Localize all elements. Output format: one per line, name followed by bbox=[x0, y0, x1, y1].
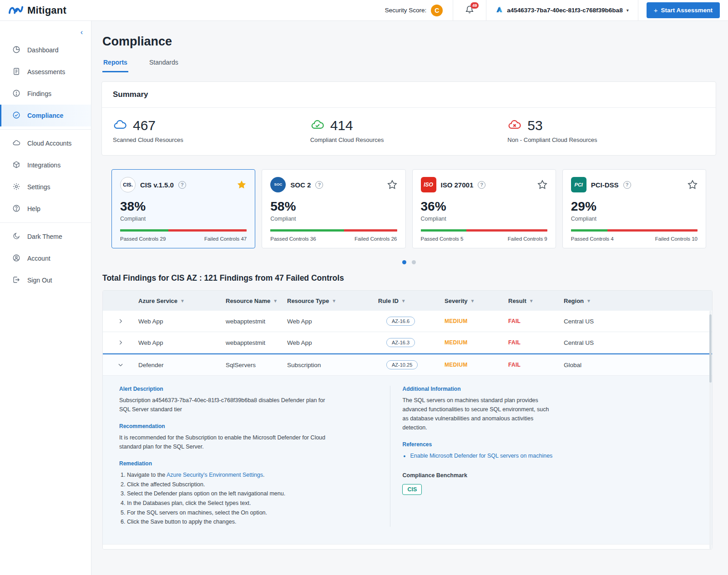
table-row[interactable]: Web App webapptestmit Web App AZ-16.6 ME… bbox=[103, 311, 712, 332]
account-icon bbox=[12, 254, 20, 263]
stat-label: Compliant Cloud Resources bbox=[310, 136, 508, 143]
compliance-progress-bar bbox=[571, 229, 698, 232]
compliance-percent: 36% bbox=[421, 199, 547, 214]
standard-name: PCI-DSS bbox=[591, 181, 619, 189]
brand-logo: Mitigant bbox=[0, 4, 91, 17]
remediation-title: Remediation bbox=[119, 460, 371, 467]
remediation-step: In the Databases plan, click the Select … bbox=[127, 499, 371, 508]
row-collapse-chevron-icon[interactable] bbox=[103, 362, 138, 368]
sidebar-divider bbox=[0, 222, 91, 223]
stat-value: 467 bbox=[133, 118, 156, 133]
sidebar-item-label: Dashboard bbox=[27, 46, 59, 54]
tab-standards[interactable]: Standards bbox=[148, 56, 179, 72]
notification-count-badge: 49 bbox=[470, 2, 479, 9]
cloud-x-icon bbox=[507, 119, 522, 132]
alert-description-text: Subscription a4546373-7ba7-40ec-81f3-c76… bbox=[119, 396, 333, 414]
top-bar: Mitigant Security Score: C 49 a454637 bbox=[0, 0, 728, 21]
severity-badge: MEDIUM bbox=[445, 362, 508, 368]
cell-azure-service: Web App bbox=[138, 339, 226, 346]
severity-badge: MEDIUM bbox=[445, 318, 508, 324]
assessments-icon bbox=[12, 67, 20, 77]
sidebar-item-assessments[interactable]: Assessments bbox=[0, 61, 91, 83]
table-row[interactable]: Defender StorageAccounts Subscription AZ… bbox=[103, 545, 712, 550]
alert-description-title: Alert Description bbox=[119, 386, 371, 392]
sidebar-item-settings[interactable]: Settings bbox=[0, 176, 91, 198]
info-icon[interactable]: ? bbox=[478, 181, 485, 189]
column-header-azure-service[interactable]: Azure Service▼ bbox=[138, 298, 226, 304]
column-header-severity[interactable]: Severity▼ bbox=[445, 298, 508, 304]
column-header-resource-name[interactable]: Resource Name▼ bbox=[226, 298, 287, 304]
stat-scanned-resources: 467 Scanned Cloud Resources bbox=[113, 118, 310, 143]
star-icon-outline[interactable] bbox=[688, 180, 698, 190]
sidebar: ‹ Dashboard Assessments Findings Complia… bbox=[0, 21, 91, 575]
sidebar-item-label: Help bbox=[27, 205, 40, 212]
carousel-dot-2[interactable] bbox=[412, 260, 416, 264]
sidebar-item-cloud-accounts[interactable]: Cloud Accounts bbox=[0, 132, 91, 154]
star-icon-outline[interactable] bbox=[387, 180, 397, 190]
stat-compliant-resources: 414 Compliant Cloud Resources bbox=[310, 118, 508, 143]
sidebar-divider bbox=[0, 129, 91, 130]
column-header-resource-type[interactable]: Resource Type▼ bbox=[287, 298, 378, 304]
subscription-selector[interactable]: a4546373-7ba7-40ec-81f3-c768f39b6ba8 ▾ bbox=[486, 0, 637, 20]
plus-icon: + bbox=[654, 6, 658, 14]
compliance-percent: 29% bbox=[571, 199, 698, 214]
sort-dropdown-icon: ▼ bbox=[586, 298, 591, 303]
column-header-region[interactable]: Region▼ bbox=[564, 298, 712, 304]
severity-badge: MEDIUM bbox=[445, 339, 508, 346]
standards-carousel: CIS. CIS v.1.5.0 ? 38% Compliant Passed … bbox=[101, 169, 716, 248]
compliant-label: Compliant bbox=[571, 216, 698, 222]
cell-region: Central US bbox=[564, 318, 712, 325]
stat-label: Scanned Cloud Resources bbox=[113, 136, 310, 143]
standard-card-soc2[interactable]: SOC SOC 2 ? 58% Compliant Passed Control… bbox=[262, 169, 405, 248]
standard-card-pci-dss[interactable]: PCI PCI-DSS ? 29% Compliant Passed Contr… bbox=[562, 169, 706, 248]
sidebar-item-dashboard[interactable]: Dashboard bbox=[0, 39, 91, 61]
remediation-step: Click the Save button to apply the chang… bbox=[127, 517, 371, 527]
stat-label: Non - Compliant Cloud Resources bbox=[507, 136, 705, 143]
compliance-progress-bar bbox=[270, 229, 397, 232]
stat-value: 414 bbox=[330, 118, 353, 133]
page-title: Compliance bbox=[102, 35, 716, 49]
tab-reports[interactable]: Reports bbox=[102, 56, 128, 72]
sidebar-item-sign-out[interactable]: Sign Out bbox=[0, 269, 91, 291]
table-scrollbar-thumb[interactable] bbox=[709, 314, 712, 383]
cloud-check-icon bbox=[310, 119, 325, 132]
standard-card-cis[interactable]: CIS. CIS v.1.5.0 ? 38% Compliant Passed … bbox=[111, 169, 255, 248]
failed-controls: Failed Controls 26 bbox=[354, 236, 397, 242]
column-header-rule-id[interactable]: Rule ID▼ bbox=[378, 298, 445, 304]
column-header-result[interactable]: Result▼ bbox=[508, 298, 564, 304]
findings-table: Azure Service▼ Resource Name▼ Resource T… bbox=[102, 290, 713, 550]
tabs: Reports Standards bbox=[102, 56, 716, 72]
start-assessment-button[interactable]: + Start Assessment bbox=[647, 2, 720, 18]
row-expand-chevron-icon[interactable] bbox=[103, 339, 138, 346]
table-row-expanded[interactable]: Defender SqlServers Subscription AZ-10.2… bbox=[103, 354, 712, 376]
star-icon-outline[interactable] bbox=[537, 180, 547, 190]
sidebar-item-dark-theme[interactable]: Dark Theme bbox=[0, 226, 91, 247]
info-icon[interactable]: ? bbox=[178, 181, 186, 189]
carousel-dot-1[interactable] bbox=[402, 260, 406, 264]
sidebar-item-integrations[interactable]: Integrations bbox=[0, 154, 91, 176]
standard-card-iso27001[interactable]: ISO ISO 27001 ? 36% Compliant Passed Con… bbox=[412, 169, 556, 248]
finding-detail-panel: Alert Description Subscription a4546373-… bbox=[103, 376, 712, 545]
azure-icon bbox=[495, 5, 503, 15]
cell-resource-name: SqlServers bbox=[226, 362, 287, 368]
summary-card: Summary 467 Scanned Cloud Resources 414 bbox=[101, 81, 716, 156]
sidebar-item-account[interactable]: Account bbox=[0, 247, 91, 269]
notifications-button[interactable]: 49 bbox=[453, 0, 486, 20]
sidebar-item-help[interactable]: Help bbox=[0, 198, 91, 220]
cloud-icon bbox=[113, 119, 127, 132]
sidebar-item-label: Settings bbox=[27, 183, 51, 191]
reference-link[interactable]: Enable Microsoft Defender for SQL server… bbox=[410, 453, 552, 459]
sidebar-collapse-button[interactable]: ‹ bbox=[0, 25, 91, 39]
info-icon[interactable]: ? bbox=[315, 181, 323, 189]
cis-logo: CIS. bbox=[120, 177, 136, 192]
star-icon-filled[interactable] bbox=[237, 180, 247, 190]
result-badge: FAIL bbox=[508, 318, 564, 324]
sort-dropdown-icon: ▼ bbox=[332, 298, 336, 303]
environment-settings-link[interactable]: Azure Security's Environment Settings bbox=[167, 472, 263, 478]
info-icon[interactable]: ? bbox=[623, 181, 631, 189]
sort-dropdown-icon: ▼ bbox=[529, 298, 534, 303]
sidebar-item-findings[interactable]: Findings bbox=[0, 83, 91, 105]
sidebar-item-compliance[interactable]: Compliance bbox=[0, 105, 91, 126]
table-row[interactable]: Web App webapptestmit Web App AZ-16.3 ME… bbox=[103, 332, 712, 353]
row-expand-chevron-icon[interactable] bbox=[103, 318, 138, 324]
